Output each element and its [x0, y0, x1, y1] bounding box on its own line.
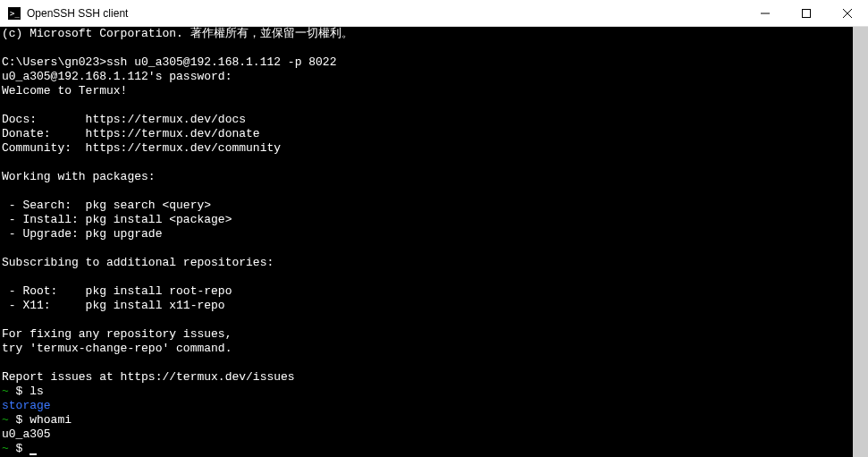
- terminal-line: For fixing any repository issues,: [2, 327, 232, 341]
- window-titlebar: >_ OpenSSH SSH client: [0, 0, 868, 27]
- cursor: [29, 453, 37, 455]
- terminal-line: Welcome to Termux!: [2, 84, 127, 97]
- terminal-line: C:\Users\gn023>ssh u0_a305@192.168.1.112…: [2, 55, 336, 69]
- prompt-dollar: $: [9, 385, 29, 398]
- app-icon: >_: [7, 6, 21, 21]
- terminal-line: Donate: https://termux.dev/donate: [2, 127, 260, 140]
- window-controls: [745, 0, 868, 27]
- minimize-button[interactable]: [745, 0, 786, 27]
- scrollbar[interactable]: [853, 27, 868, 457]
- terminal-line: try 'termux-change-repo' command.: [2, 342, 232, 355]
- close-button[interactable]: [827, 0, 868, 27]
- terminal-line: u0_a305@192.168.1.112's password:: [2, 70, 232, 83]
- terminal-content: (c) Microsoft Corporation. 著作權所有，並保留一切權利…: [0, 27, 868, 456]
- prompt-tilde: ~: [2, 413, 9, 427]
- terminal-line: Working with packages:: [2, 170, 156, 183]
- svg-text:>_: >_: [10, 9, 20, 18]
- terminal-line: - X11: pkg install x11-repo: [2, 299, 225, 312]
- terminal-line: Community: https://termux.dev/community: [2, 141, 281, 155]
- prompt-tilde: ~: [2, 442, 9, 455]
- terminal-line: Report issues at https://termux.dev/issu…: [2, 370, 295, 384]
- terminal-line: (c) Microsoft Corporation. 著作權所有，並保留一切權利…: [2, 27, 353, 40]
- terminal-line: - Upgrade: pkg upgrade: [2, 227, 162, 241]
- command-ls: ls: [29, 385, 44, 398]
- prompt-tilde: ~: [2, 385, 9, 398]
- output-storage: storage: [2, 399, 51, 412]
- terminal-area[interactable]: (c) Microsoft Corporation. 著作權所有，並保留一切權利…: [0, 27, 868, 457]
- scrollbar-thumb[interactable]: [853, 27, 868, 457]
- window-title: OpenSSH SSH client: [27, 7, 128, 20]
- terminal-line: - Install: pkg install <package>: [2, 213, 232, 226]
- titlebar-left: >_ OpenSSH SSH client: [0, 6, 128, 21]
- terminal-line: Subscribing to additional repositories:: [2, 256, 274, 269]
- terminal-line: - Search: pkg search <query>: [2, 199, 211, 212]
- command-whoami: whoami: [29, 413, 72, 427]
- prompt-dollar: $: [9, 413, 29, 427]
- terminal-line: - Root: pkg install root-repo: [2, 284, 232, 298]
- maximize-button[interactable]: [786, 0, 827, 27]
- svg-rect-3: [803, 9, 811, 17]
- prompt-dollar: $: [9, 442, 29, 455]
- terminal-line: Docs: https://termux.dev/docs: [2, 113, 246, 126]
- output-user: u0_a305: [2, 427, 51, 441]
